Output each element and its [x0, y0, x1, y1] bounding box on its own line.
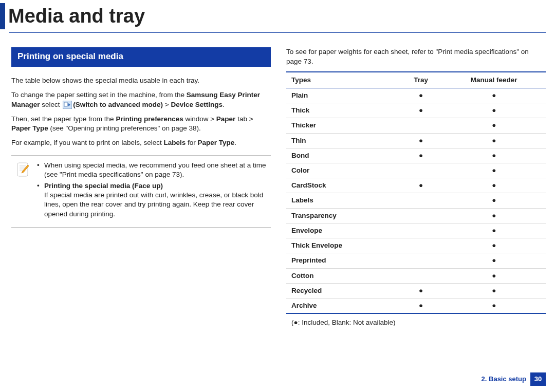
tray-cell: ● — [400, 178, 442, 193]
manual-feeder-cell: ● — [442, 88, 546, 103]
title-bar-area: Media and tray — [0, 0, 555, 29]
switch-mode-icon — [63, 101, 72, 109]
manual-feeder-cell: ● — [442, 238, 546, 253]
table-row: Thin●● — [286, 133, 546, 148]
tray-cell — [400, 163, 442, 178]
media-type-cell: Bond — [286, 148, 400, 163]
media-type-cell: Envelope — [286, 223, 400, 238]
table-row: Thick Envelope● — [286, 238, 546, 253]
col-header-manual-feeder: Manual feeder — [442, 72, 546, 88]
media-type-cell: Preprinted — [286, 253, 400, 268]
bold-text: Device Settings — [171, 101, 223, 108]
table-row: Transparency● — [286, 208, 546, 223]
note-bullet-1: When using special media, we recommend y… — [37, 161, 268, 179]
bold-text: Paper — [216, 115, 236, 123]
media-type-cell: Recycled — [286, 283, 400, 298]
media-type-cell: Thin — [286, 133, 400, 148]
text: . — [223, 101, 225, 108]
media-type-cell: Transparency — [286, 208, 400, 223]
text: Then, set the paper type from the — [11, 115, 116, 123]
col-header-tray: Tray — [400, 72, 442, 88]
manual-feeder-cell: ● — [442, 223, 546, 238]
manual-feeder-cell: ● — [442, 148, 546, 163]
change-setting-paragraph: To change the paper setting set in the m… — [11, 90, 271, 109]
media-type-cell: Thick — [286, 103, 400, 118]
table-row: Thick●● — [286, 103, 546, 118]
svg-rect-2 — [17, 163, 28, 176]
example-paragraph: For example, if you want to print on lab… — [11, 138, 271, 147]
media-type-cell: Cotton — [286, 268, 400, 283]
text: To change the paper setting set in the m… — [11, 91, 187, 99]
tray-cell — [400, 268, 442, 283]
manual-feeder-cell: ● — [442, 133, 546, 148]
table-row: Color● — [286, 163, 546, 178]
table-row: Bond●● — [286, 148, 546, 163]
table-row: Preprinted● — [286, 253, 546, 268]
manual-feeder-cell: ● — [442, 193, 546, 208]
footer-section-label: 2. Basic setup — [482, 375, 526, 384]
table-row: Recycled●● — [286, 283, 546, 298]
col-header-types: Types — [286, 72, 400, 88]
manual-feeder-cell: ● — [442, 208, 546, 223]
paper-type-paragraph: Then, set the paper type from the Printi… — [11, 115, 271, 133]
media-table: Types Tray Manual feeder Plain●●Thick●●T… — [286, 71, 546, 314]
media-type-cell: Thicker — [286, 118, 400, 133]
manual-feeder-cell: ● — [442, 163, 546, 178]
text: window > — [183, 115, 216, 123]
table-header-row: Types Tray Manual feeder — [286, 72, 546, 88]
page-title: Media and tray — [8, 3, 145, 29]
table-row: Archive●● — [286, 298, 546, 314]
table-legend: (●: Included, Blank: Not available) — [286, 318, 546, 327]
bold-text: (Switch to advanced mode) — [73, 101, 163, 108]
table-row: Labels● — [286, 193, 546, 208]
manual-feeder-cell: ● — [442, 118, 546, 133]
table-row: Cotton● — [286, 268, 546, 283]
title-accent-bar — [0, 3, 5, 29]
content-columns: Printing on special media The table belo… — [0, 33, 555, 327]
media-type-cell: CardStock — [286, 178, 400, 193]
bold-text: Paper Type — [197, 139, 234, 146]
text: tab > — [235, 115, 253, 123]
manual-feeder-cell: ● — [442, 103, 546, 118]
tray-cell: ● — [400, 283, 442, 298]
tray-cell: ● — [400, 148, 442, 163]
tray-cell — [400, 238, 442, 253]
tray-cell — [400, 118, 442, 133]
manual-feeder-cell: ● — [442, 283, 546, 298]
note-bullet-2: Printing the special media (Face up) If … — [37, 181, 268, 219]
table-body: Plain●●Thick●●Thicker●Thin●●Bond●●Color●… — [286, 88, 546, 313]
tray-cell: ● — [400, 103, 442, 118]
text: When using special media, we recommend y… — [44, 161, 266, 178]
table-row: Thicker● — [286, 118, 546, 133]
tray-cell — [400, 253, 442, 268]
manual-feeder-cell: ● — [442, 268, 546, 283]
note-bullet-title: Printing the special media (Face up) — [44, 182, 163, 190]
tray-cell: ● — [400, 298, 442, 314]
bold-text: Printing preferences — [116, 115, 183, 123]
right-column: To see for paper weights for each sheet,… — [286, 47, 546, 327]
table-row: Envelope● — [286, 223, 546, 238]
tray-cell: ● — [400, 133, 442, 148]
text: > — [163, 101, 171, 108]
manual-feeder-cell: ● — [442, 178, 546, 193]
manual-feeder-cell: ● — [442, 298, 546, 314]
text: for — [186, 139, 197, 146]
bold-text: Paper Type — [11, 124, 48, 132]
manual-feeder-cell: ● — [442, 253, 546, 268]
svg-rect-1 — [64, 102, 67, 106]
section-heading: Printing on special media — [11, 47, 271, 67]
table-row: CardStock●● — [286, 178, 546, 193]
bold-text: Labels — [163, 139, 186, 146]
text: If special media are printed out with cu… — [44, 191, 263, 217]
tray-cell — [400, 208, 442, 223]
text: select — [40, 101, 62, 108]
note-pencil-icon — [16, 162, 30, 221]
tray-cell — [400, 223, 442, 238]
left-column: Printing on special media The table belo… — [11, 47, 271, 327]
intro-paragraph: The table below shows the special media … — [11, 76, 271, 85]
footer-page-number: 30 — [530, 372, 546, 386]
note-box: When using special media, we recommend y… — [11, 155, 271, 228]
table-row: Plain●● — [286, 88, 546, 103]
note-body: When using special media, we recommend y… — [37, 161, 268, 221]
text: (see "Opening printing preferences" on p… — [48, 124, 201, 132]
